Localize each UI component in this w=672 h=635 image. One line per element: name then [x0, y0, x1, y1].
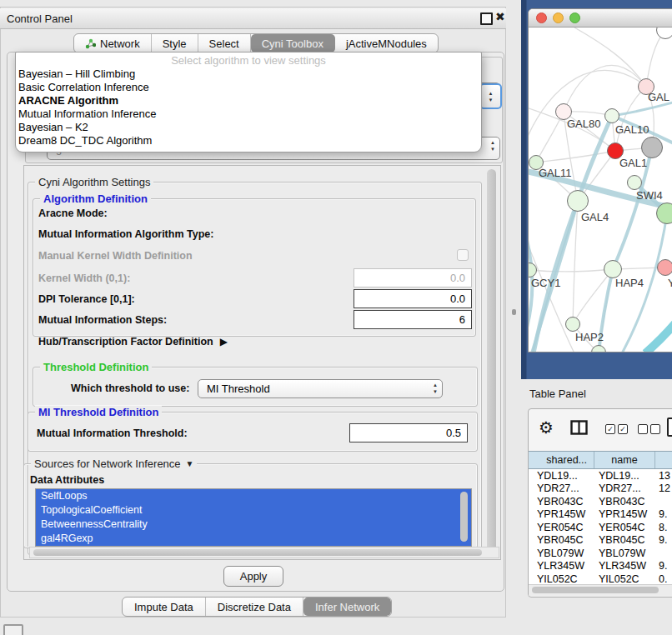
network-canvas[interactable]: GALGAL80GAL10GAL1GAL11SWI4GAL4GCY1HAP4YH…	[529, 28, 672, 352]
algorithm-option-mutual-information-inference[interactable]: Mutual Information Inference	[16, 108, 481, 121]
table-column-header[interactable]	[655, 452, 672, 468]
network-window-titlebar[interactable]	[529, 9, 672, 28]
attribute-item-selfloops[interactable]: SelfLoops	[36, 489, 471, 503]
spinner-down-icon: ▼	[489, 97, 494, 103]
table-cell: 8.	[655, 522, 672, 533]
network-node-gal10[interactable]	[604, 108, 619, 123]
gear-icon[interactable]: ⚙	[539, 418, 554, 437]
table-row[interactable]: YDR27...YDR27...12	[529, 482, 672, 496]
table-row[interactable]: YER054CYER054C8.	[529, 521, 672, 534]
network-node[interactable]	[641, 137, 663, 158]
split-columns-icon[interactable]	[570, 420, 588, 438]
network-node-swi4[interactable]	[627, 175, 642, 190]
expanded-arrow-icon: ▼	[186, 459, 194, 468]
tab-infer-network[interactable]: Infer Network	[303, 598, 391, 616]
table-toolbar: ⚙ ✓ ✓	[529, 409, 672, 451]
attribute-item-betweennesscentrality[interactable]: BetweennessCentrality	[36, 518, 471, 532]
attributes-scrollbar-thumb[interactable]	[460, 492, 468, 542]
algorithm-popup-placeholder: Select algorithm to view settings	[16, 54, 481, 68]
table-row[interactable]: YLR345WYLR345W9.	[529, 560, 672, 573]
algorithm-option-bayesian-hill-climbing[interactable]: Bayesian – Hill Climbing	[16, 68, 481, 81]
table-column-header[interactable]: shared...	[529, 452, 594, 468]
table-row[interactable]: YDL19...YDL19...13	[529, 469, 672, 482]
table-cell: YBR045C	[594, 534, 655, 546]
table-horizontal-scrollbar-thumb[interactable]	[532, 587, 659, 593]
zoom-window-icon[interactable]	[569, 12, 580, 23]
table-row[interactable]: YIL052CYIL052C0.	[529, 572, 672, 584]
tab-cyni-toolbox[interactable]: Cyni Toolbox	[251, 34, 335, 52]
dpi-tolerance-field[interactable]: 0.0	[354, 289, 472, 308]
network-node[interactable]	[656, 202, 672, 224]
tab-network[interactable]: Network	[74, 34, 152, 52]
table-row[interactable]: YBR045CYBR045C9.	[529, 534, 672, 548]
data-attributes-label: Data Attributes	[30, 474, 104, 486]
network-tab-icon	[85, 38, 96, 49]
table-cell: YBR043C	[594, 496, 655, 508]
sources-title-toggle[interactable]: Sources for Network Inference ▼	[31, 458, 197, 470]
network-window: GALGAL80GAL10GAL1GAL11SWI4GAL4GCY1HAP4YH…	[528, 8, 672, 352]
control-panel-titlebar[interactable]: Control Panel	[0, 8, 506, 29]
minimized-panel-icon[interactable]	[3, 624, 23, 635]
kernel-width-label: Kernel Width (0,1):	[38, 272, 130, 284]
network-node-label: GAL1	[619, 157, 647, 169]
table-row[interactable]: YBL079WYBL079W	[529, 547, 672, 560]
table-rows: YDL19...YDL19...13YDR27...YDR27...12YBR0…	[529, 469, 672, 584]
deselect-all-icon[interactable]	[638, 424, 660, 434]
table-cell: YBR045C	[529, 534, 594, 546]
select-all-icon[interactable]: ✓ ✓	[605, 424, 628, 434]
table-cell: YPR145W	[594, 508, 655, 520]
tab-impute-data[interactable]: Impute Data	[123, 598, 206, 616]
settings-horizontal-scrollbar-thumb[interactable]	[33, 549, 482, 556]
which-threshold-combo[interactable]: MI Threshold ▲▼	[198, 379, 443, 398]
table-cell: YLR345W	[529, 560, 594, 572]
attribute-item-topologicalcoefficient[interactable]: TopologicalCoefficient	[36, 503, 471, 518]
network-node-hap4[interactable]	[604, 260, 622, 278]
table-horizontal-scrollbar-track[interactable]	[529, 584, 672, 596]
close-window-icon[interactable]	[536, 12, 547, 23]
algorithm-option-bayesian-k2[interactable]: Bayesian – K2	[16, 121, 481, 134]
tab-select[interactable]: Select	[198, 34, 251, 52]
mutual-information-threshold-field[interactable]: 0.5	[349, 423, 468, 442]
table-cell: YER054C	[529, 522, 594, 533]
algorithm-combo-spinner[interactable]: ▲ ▼	[479, 83, 502, 109]
spinner-up-icon: ▲	[489, 90, 494, 97]
minimize-window-icon[interactable]	[553, 12, 564, 23]
bottom-tabs: Impute DataDiscretize DataInfer Network	[122, 597, 392, 617]
algorithm-option-aracne-algorithm[interactable]: ARACNE Algorithm	[16, 94, 481, 108]
algorithm-dropdown-popup: Select algorithm to view settings Bayesi…	[15, 52, 482, 152]
mutual-information-threshold-label: Mutual Information Threshold:	[37, 428, 188, 439]
algorithm-option-dream8-dc-tdc-algorithm[interactable]: Dream8 DC_TDC Algorithm	[16, 134, 481, 148]
tab-style[interactable]: Style	[152, 34, 198, 52]
panel-splitter-handle[interactable]	[512, 309, 516, 315]
combo-arrows-icon: ▲▼	[433, 382, 438, 395]
combo-arrows-icon: ▲▼	[490, 139, 495, 152]
document-icon[interactable]	[667, 418, 672, 437]
settings-vertical-scrollbar-thumb[interactable]	[487, 169, 496, 551]
table-header-row: shared...name	[529, 451, 672, 469]
algorithm-option-basic-correlation-inference[interactable]: Basic Correlation Inference	[16, 81, 481, 94]
table-row[interactable]: YPR145WYPR145W9.	[529, 508, 672, 522]
tab-jactivemnodules[interactable]: jActiveMNodules	[335, 34, 438, 52]
mi-steps-label: Mutual Information Steps:	[38, 314, 167, 326]
table-cell: YBR043C	[529, 496, 594, 508]
table-row[interactable]: YBR043CYBR043C	[529, 495, 672, 508]
hub-transcription-factor-toggle[interactable]: Hub/Transcription Factor Definition ▶	[38, 336, 228, 348]
network-node-gal4[interactable]	[567, 190, 589, 212]
apply-button[interactable]: Apply	[223, 566, 283, 587]
network-node-y[interactable]	[657, 259, 672, 276]
network-node-hap2[interactable]	[565, 317, 580, 332]
table-cell: YER054C	[594, 522, 655, 533]
table-cell: 13	[655, 470, 672, 482]
network-node-label: GAL80	[567, 118, 600, 130]
close-panel-icon[interactable]: ✖	[495, 10, 505, 23]
table-cell: 12	[655, 482, 672, 494]
table-column-header[interactable]: name	[594, 452, 655, 468]
float-panel-icon[interactable]	[480, 12, 493, 25]
table-cell: YDL19...	[529, 470, 594, 482]
tab-discretize-data[interactable]: Discretize Data	[206, 598, 303, 616]
attribute-item-gal4rgexp[interactable]: gal4RGexp	[36, 532, 471, 546]
control-panel-title: Control Panel	[7, 12, 73, 25]
mi-steps-field[interactable]: 6	[354, 310, 472, 329]
table-cell: 9.	[655, 560, 672, 572]
dpi-tolerance-label: DPI Tolerance [0,1]:	[38, 293, 135, 305]
